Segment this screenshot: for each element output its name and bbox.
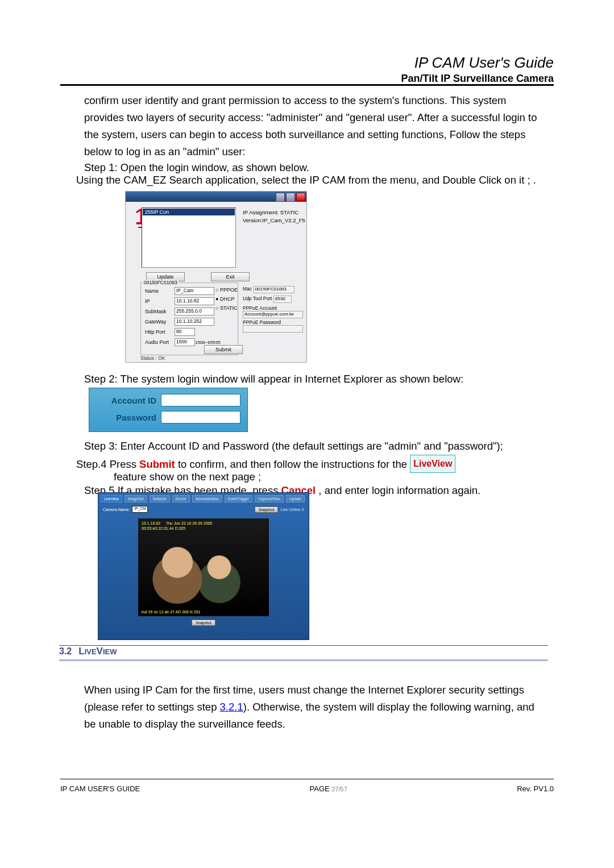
pppoe-account-input[interactable]: Account@pppoe.com.tw: [243, 311, 303, 318]
submask-label: SubMask: [145, 309, 167, 314]
audioport-label: Audio Port: [145, 339, 169, 345]
footer-rule: [60, 779, 554, 779]
tab-eventtrigger[interactable]: EventTrigger: [225, 495, 252, 502]
name-input[interactable]: IP_Cam: [175, 287, 214, 295]
page-title: IP CAM User's Guide: [401, 54, 554, 72]
tab-network[interactable]: Network: [150, 495, 170, 502]
tab-bar: LiveView ImageSet Network Server Adminis…: [98, 493, 309, 505]
cam-ez-instruction: Using the CAM_EZ Search application, sel…: [76, 170, 551, 185]
audioport-hint: 1500~65535: [195, 340, 221, 345]
pppoe-panel: Mac 00150FC01093 Udp Tool Port 6530 PPPo…: [243, 286, 302, 334]
page-footer: IP CAM USER'S GUIDE PAGE 27/57 Rev. PV1.…: [60, 784, 554, 793]
static-radio[interactable]: STATIC: [215, 305, 238, 311]
video-feed: 10.1.10.82 Thu Jun 23 16:26:39 2005 00:0…: [138, 518, 269, 616]
liveview-badge: LiveView: [410, 455, 455, 473]
step2-text: Step 2: The system login window will app…: [84, 371, 463, 388]
step3-text: Step 3: Enter Account ID and Password (t…: [84, 438, 556, 455]
device-mac-legend: 00150FC01093: [143, 280, 179, 285]
ip-assignment-info: IP Assignment: STATIC Version:IP_Cam_V2.…: [243, 209, 305, 225]
video-overlay-top: 10.1.10.82 Thu Jun 23 16:26:39 2005 00:0…: [142, 521, 212, 531]
audioport-input[interactable]: 1500: [175, 338, 195, 346]
footer-left: IP CAM USER'S GUIDE: [60, 784, 140, 793]
submit-button[interactable]: Submit: [204, 345, 243, 354]
section-3-2-heading: 3.2 LIVEVIEW: [59, 646, 548, 657]
camera-name-input[interactable]: IP_CM: [132, 506, 148, 513]
footer-right: Rev. PV1.0: [517, 784, 554, 793]
footer-page: PAGE 27/57: [310, 784, 347, 793]
ip-label: IP: [145, 298, 150, 304]
snapshot-button-2[interactable]: Snapshot: [192, 620, 215, 626]
gateway-input[interactable]: 10.1.10.252: [175, 318, 214, 326]
gateway-label: GateWay: [145, 319, 166, 325]
status-text: Status : OK: [140, 355, 165, 361]
header-rule: [60, 84, 554, 86]
maximize-icon[interactable]: [286, 193, 295, 202]
minimize-icon[interactable]: [276, 193, 285, 202]
window-titlebar: [126, 192, 306, 202]
account-id-input[interactable]: [161, 394, 240, 406]
section-3-2-body: When using IP Cam for the first time, us…: [84, 682, 548, 733]
camera-list-item[interactable]: 255IP Con: [143, 209, 235, 215]
submask-input[interactable]: 255.255.0.0: [175, 308, 214, 315]
liveview-page-screenshot: LiveView ImageSet Network Server Adminis…: [98, 492, 309, 640]
link-3-2-1[interactable]: 3.2.1: [220, 701, 243, 713]
camera-listbox[interactable]: 255IP Con: [142, 207, 236, 268]
tab-administration[interactable]: Administration: [192, 495, 222, 502]
name-label: Name: [145, 288, 159, 294]
link-online-label: Link Online X: [280, 508, 304, 512]
close-icon[interactable]: [296, 193, 305, 202]
tab-liveview[interactable]: LiveView: [101, 495, 122, 502]
snapshot-button[interactable]: Snapshot: [255, 506, 278, 513]
tab-update[interactable]: Update: [286, 495, 305, 502]
pppoe-password-input[interactable]: [243, 325, 303, 333]
password-label: Password: [96, 413, 156, 422]
mac-label: Mac: [243, 286, 252, 292]
pppoe-password-label: PPPoE Password: [243, 319, 281, 325]
tab-imageset[interactable]: ImageSet: [125, 495, 147, 502]
mac-input: 00150FC01093: [254, 286, 294, 293]
page-subtitle: Pan/Tilt IP Surveillance Camera: [401, 73, 554, 85]
exit-button[interactable]: Exit: [211, 272, 250, 281]
pppoe-radio[interactable]: PPPOE: [215, 287, 238, 293]
password-input[interactable]: [161, 411, 240, 423]
account-id-label: Account ID: [96, 396, 156, 405]
udp-input: 6530: [273, 296, 292, 303]
tab-captureview[interactable]: Capture/View: [255, 495, 284, 502]
httpport-label: Http Port: [145, 329, 165, 335]
video-overlay-bottom: buf 29 vb 12 ab 27 AD 268 N 201: [142, 610, 201, 614]
ip-input[interactable]: 10.1.10.82: [175, 297, 214, 305]
camera-name-label: Camera Name:: [103, 508, 130, 512]
login-panel: Account ID Password: [89, 388, 248, 432]
httpport-input[interactable]: 80: [175, 328, 195, 336]
dhcp-radio[interactable]: DHCP: [215, 296, 234, 302]
camez-search-window: 1 255IP Con IP Assignment: STATIC Versio…: [125, 191, 307, 363]
udp-label: Udp Tool Port: [243, 296, 272, 301]
intro-paragraph: confirm user identify and grant permissi…: [84, 92, 548, 160]
pppoe-account-label: PPPoE Account: [243, 305, 277, 311]
tab-server[interactable]: Server: [172, 495, 190, 502]
